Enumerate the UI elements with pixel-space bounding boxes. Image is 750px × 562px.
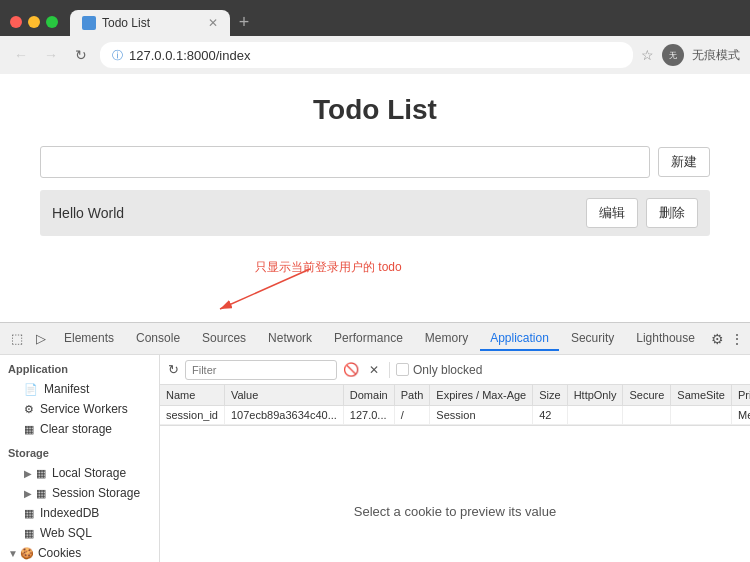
sidebar-item-indexeddb[interactable]: ▦ IndexedDB <box>0 503 159 523</box>
maximize-light[interactable] <box>46 16 58 28</box>
cookies-toolbar: ↻ 🚫 ✕ Only blocked <box>160 355 750 385</box>
block-icon: 🚫 <box>343 362 359 377</box>
clear-storage-label: Clear storage <box>40 422 112 436</box>
col-header-priority: Priority <box>732 385 751 406</box>
session-storage-icon: ▦ <box>36 487 46 500</box>
tab-performance[interactable]: Performance <box>324 327 413 351</box>
session-storage-label: Session Storage <box>52 486 140 500</box>
sidebar-item-manifest[interactable]: 📄 Manifest <box>0 379 159 399</box>
profile-label: 无痕模式 <box>692 47 740 64</box>
devtools-more-icon[interactable]: ⋮ <box>730 331 744 347</box>
devtools-panel: ⬚ ▷ Elements Console Sources Network Per… <box>0 322 750 562</box>
cell-priority: Medium <box>732 406 751 425</box>
col-header-secure: Secure <box>623 385 671 406</box>
tab-title: Todo List <box>102 16 202 30</box>
tab-elements[interactable]: Elements <box>54 327 124 351</box>
page-inner: Todo List 新建 Hello World 编辑 删除 只显示当前登录用户… <box>0 74 750 256</box>
session-storage-chevron: ▶ <box>24 488 32 499</box>
clear-filter-button[interactable]: ✕ <box>365 361 383 379</box>
cookie-preview-panel: Select a cookie to preview its value <box>160 425 750 562</box>
devtools-sidebar: Application 📄 Manifest ⚙ Service Workers… <box>0 355 160 562</box>
sidebar-item-web-sql[interactable]: ▦ Web SQL <box>0 523 159 543</box>
col-header-value: Value <box>224 385 343 406</box>
address-bar: ← → ↻ ⓘ 127.0.0.1:8000/index ☆ 无 无痕模式 <box>0 36 750 74</box>
annotation-container: 只显示当前登录用户的 todo <box>200 259 330 322</box>
tab-favicon <box>82 16 96 30</box>
tab-memory[interactable]: Memory <box>415 327 478 351</box>
sidebar-item-clear-storage[interactable]: ▦ Clear storage <box>0 419 159 439</box>
sidebar-item-session-storage[interactable]: ▶ ▦ Session Storage <box>0 483 159 503</box>
browser-tab-active[interactable]: Todo List ✕ <box>70 10 230 36</box>
device-toolbar-icon[interactable]: ▷ <box>30 328 52 350</box>
col-header-path: Path <box>394 385 430 406</box>
reload-button[interactable]: ↻ <box>70 44 92 66</box>
tab-lighthouse[interactable]: Lighthouse <box>626 327 705 351</box>
todo-item: Hello World 编辑 删除 <box>40 190 710 236</box>
indexeddb-label: IndexedDB <box>40 506 99 520</box>
application-section-label: Application <box>0 359 159 379</box>
profile-button[interactable]: 无 <box>662 44 684 66</box>
cell-domain: 127.0... <box>343 406 394 425</box>
refresh-cookies-icon[interactable]: ↻ <box>168 362 179 377</box>
cell-path: / <box>394 406 430 425</box>
only-blocked-label: Only blocked <box>413 363 482 377</box>
table-row[interactable]: session_id 107ecb89a3634c40... 127.0... … <box>160 406 750 425</box>
col-header-samesite: SameSite <box>671 385 732 406</box>
inspect-element-icon[interactable]: ⬚ <box>6 328 28 350</box>
todo-input-row: 新建 <box>40 146 710 178</box>
cell-name: session_id <box>160 406 224 425</box>
devtools-toolbar: ⬚ ▷ Elements Console Sources Network Per… <box>0 323 750 355</box>
indexeddb-icon: ▦ <box>24 507 34 520</box>
delete-todo-button[interactable]: 删除 <box>646 198 698 228</box>
cookies-label: Cookies <box>38 546 81 560</box>
tab-security[interactable]: Security <box>561 327 624 351</box>
tab-close-button[interactable]: ✕ <box>208 16 218 30</box>
local-storage-chevron: ▶ <box>24 468 32 479</box>
cell-samesite <box>671 406 732 425</box>
tabs-bar: Todo List ✕ + <box>70 8 740 36</box>
tab-console[interactable]: Console <box>126 327 190 351</box>
sidebar-item-service-workers[interactable]: ⚙ Service Workers <box>0 399 159 419</box>
tab-network[interactable]: Network <box>258 327 322 351</box>
manifest-label: Manifest <box>44 382 89 396</box>
service-workers-icon: ⚙ <box>24 403 34 416</box>
tab-application[interactable]: Application <box>480 327 559 351</box>
col-header-httponly: HttpOnly <box>567 385 623 406</box>
title-bar: Todo List ✕ + <box>0 0 750 36</box>
new-tab-button[interactable]: + <box>230 8 258 36</box>
close-light[interactable] <box>10 16 22 28</box>
only-blocked-checkbox-row[interactable]: Only blocked <box>396 363 482 377</box>
page-title: Todo List <box>40 94 710 126</box>
url-field[interactable]: ⓘ 127.0.0.1:8000/index <box>100 42 633 68</box>
tab-sources[interactable]: Sources <box>192 327 256 351</box>
security-icon: ⓘ <box>112 48 123 63</box>
cell-httponly <box>567 406 623 425</box>
local-storage-icon: ▦ <box>36 467 46 480</box>
only-blocked-checkbox[interactable] <box>396 363 409 376</box>
cookies-icon: 🍪 <box>20 547 34 560</box>
table-header-row: Name Value Domain Path Expires / Max-Age… <box>160 385 750 406</box>
traffic-lights <box>10 16 58 28</box>
bookmark-icon[interactable]: ☆ <box>641 47 654 63</box>
browser-chrome: Todo List ✕ + ← → ↻ ⓘ 127.0.0.1:8000/ind… <box>0 0 750 74</box>
divider <box>389 362 390 378</box>
back-button[interactable]: ← <box>10 44 32 66</box>
devtools-settings-icon[interactable]: ⚙ <box>711 331 724 347</box>
forward-button[interactable]: → <box>40 44 62 66</box>
todo-input[interactable] <box>40 146 650 178</box>
cookies-table-container: Name Value Domain Path Expires / Max-Age… <box>160 385 750 425</box>
minimize-light[interactable] <box>28 16 40 28</box>
col-header-domain: Domain <box>343 385 394 406</box>
edit-todo-button[interactable]: 编辑 <box>586 198 638 228</box>
filter-input[interactable] <box>185 360 337 380</box>
sidebar-item-local-storage[interactable]: ▶ ▦ Local Storage <box>0 463 159 483</box>
page-content: Todo List 新建 Hello World 编辑 删除 只显示当前登录用户… <box>0 74 750 322</box>
web-sql-icon: ▦ <box>24 527 34 540</box>
new-todo-button[interactable]: 新建 <box>658 147 710 177</box>
devtools-body: Application 📄 Manifest ⚙ Service Workers… <box>0 355 750 562</box>
cell-size: 42 <box>533 406 567 425</box>
local-storage-label: Local Storage <box>52 466 126 480</box>
sidebar-group-cookies[interactable]: ▼ 🍪 Cookies <box>0 543 159 562</box>
annotation-text: 只显示当前登录用户的 todo <box>255 259 402 276</box>
cookies-table: Name Value Domain Path Expires / Max-Age… <box>160 385 750 425</box>
